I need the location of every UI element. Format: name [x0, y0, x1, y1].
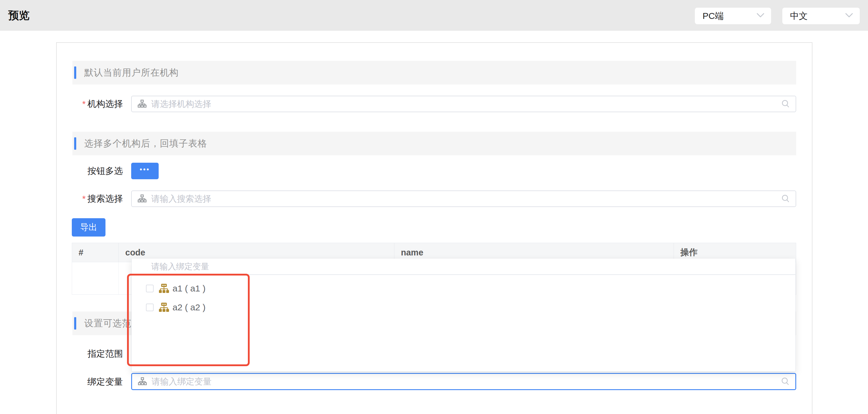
search-select-label: * 搜索选择	[72, 190, 123, 207]
required-asterisk: *	[82, 99, 86, 108]
section-header-default-org: 默认当前用户所在机构	[72, 61, 796, 85]
tree-item-label: a1 ( a1 )	[173, 284, 206, 293]
sitemap-filled-icon	[159, 284, 169, 293]
sitemap-outline-icon	[138, 377, 147, 386]
org-tree: a1 ( a1 ) a2 ( a2 )	[132, 275, 795, 315]
dropdown-search-input[interactable]	[151, 262, 538, 272]
search-select-input[interactable]	[151, 191, 778, 206]
sitemap-outline-icon	[138, 194, 147, 203]
button-multi-label: 按钮多选	[72, 163, 123, 179]
language-select[interactable]: 中文	[782, 8, 860, 24]
org-picker-ellipsis-button[interactable]: •••	[131, 163, 159, 179]
export-button[interactable]: 导出	[72, 218, 105, 236]
table-header-index: #	[72, 243, 119, 262]
top-header-bar: 预览 PC端 中文	[0, 0, 868, 31]
search-icon	[781, 194, 790, 203]
bind-variable-field[interactable]	[131, 373, 796, 390]
section-accent-bar	[74, 137, 76, 150]
checkbox[interactable]	[146, 304, 154, 311]
tree-item-a1[interactable]: a1 ( a1 )	[146, 281, 795, 296]
device-select[interactable]: PC端	[695, 8, 771, 24]
org-select-field[interactable]	[131, 96, 796, 112]
checkbox[interactable]	[146, 285, 154, 292]
required-asterisk: *	[82, 194, 86, 203]
section-title: 选择多个机构后，回填子表格	[84, 137, 207, 150]
scope-label: 指定范围	[72, 346, 123, 362]
org-select-label: * 机构选择	[72, 96, 123, 112]
page-title: 预览	[8, 0, 30, 31]
section-accent-bar	[74, 66, 76, 79]
ellipsis-icon: •••	[140, 166, 150, 173]
sitemap-filled-icon	[159, 303, 169, 312]
chevron-down-icon	[756, 13, 765, 19]
section-accent-bar	[74, 317, 76, 329]
bind-variable-input[interactable]	[152, 374, 778, 389]
section-header-multi-org: 选择多个机构后，回填子表格	[72, 132, 796, 155]
sitemap-outline-icon	[138, 99, 147, 108]
dropdown-search-row[interactable]	[132, 259, 795, 274]
search-icon	[780, 377, 790, 386]
search-select-field[interactable]	[131, 190, 796, 207]
device-select-value: PC端	[703, 10, 756, 22]
language-select-value: 中文	[790, 10, 845, 22]
chevron-down-icon	[845, 13, 853, 19]
tree-item-label: a2 ( a2 )	[173, 302, 206, 312]
org-select-input[interactable]	[151, 96, 778, 112]
section-title: 默认当前用户所在机构	[84, 66, 179, 79]
org-tree-dropdown-panel: a1 ( a1 ) a2 ( a2 )	[131, 259, 796, 372]
search-icon	[781, 99, 790, 109]
tree-item-a2[interactable]: a2 ( a2 )	[146, 300, 795, 315]
bind-variable-label: 绑定变量	[72, 373, 123, 390]
